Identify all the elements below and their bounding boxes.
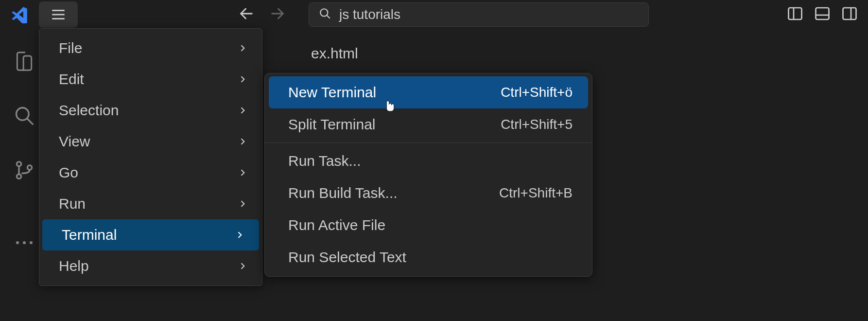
nav-back-button[interactable] — [238, 5, 255, 24]
tab-filename: ex.html — [311, 45, 358, 62]
submenu-item-shortcut: Ctrl+Shift+B — [499, 185, 573, 201]
submenu-item-label: Run Task... — [288, 153, 361, 169]
submenu-item-shortcut: Ctrl+Shift+ö — [501, 85, 573, 100]
more-actions-icon[interactable] — [12, 230, 37, 255]
menu-item-label: File — [59, 40, 82, 56]
menu-item-label: Help — [59, 258, 89, 274]
chevron-right-icon — [238, 106, 247, 115]
submenu-item-run-active-file[interactable]: Run Active File — [265, 209, 592, 241]
menu-item-edit[interactable]: Edit — [39, 64, 262, 95]
svg-rect-9 — [816, 8, 829, 19]
submenu-item-label: Run Active File — [288, 217, 385, 233]
submenu-item-shortcut: Ctrl+Shift+5 — [501, 117, 573, 132]
menu-item-selection[interactable]: Selection — [39, 95, 262, 126]
main-menu-dropdown: File Edit Selection View Go Run Terminal… — [39, 28, 262, 286]
hamburger-menu-button[interactable] — [39, 1, 78, 28]
svg-point-13 — [17, 108, 29, 121]
menu-item-terminal[interactable]: Terminal — [42, 219, 259, 250]
svg-line-6 — [327, 15, 330, 18]
search-activity-icon[interactable] — [12, 103, 37, 128]
vscode-logo-icon — [0, 0, 39, 29]
svg-line-14 — [27, 119, 34, 125]
menu-item-go[interactable]: Go — [39, 157, 262, 188]
chevron-right-icon — [235, 230, 244, 240]
submenu-item-label: Split Terminal — [288, 116, 376, 133]
menu-item-label: Selection — [59, 102, 119, 119]
search-input[interactable]: js tutorials — [309, 2, 649, 27]
menu-item-label: Terminal — [62, 227, 117, 243]
explorer-icon[interactable] — [12, 49, 37, 74]
menu-item-help[interactable]: Help — [39, 250, 262, 282]
chevron-right-icon — [238, 261, 247, 271]
svg-rect-11 — [843, 8, 856, 19]
submenu-item-new-terminal[interactable]: New Terminal Ctrl+Shift+ö — [269, 76, 588, 108]
terminal-submenu: New Terminal Ctrl+Shift+ö Split Terminal… — [264, 73, 592, 277]
chevron-right-icon — [238, 199, 247, 209]
menu-item-label: Run — [59, 196, 86, 212]
menu-item-label: View — [59, 133, 90, 150]
svg-point-16 — [17, 174, 21, 178]
chevron-right-icon — [238, 74, 247, 84]
submenu-item-run-task[interactable]: Run Task... — [265, 145, 592, 177]
svg-point-19 — [23, 241, 26, 244]
menu-item-label: Edit — [59, 71, 84, 88]
svg-point-18 — [16, 241, 19, 244]
nav-forward-button[interactable] — [269, 5, 286, 24]
nav-arrows — [238, 5, 286, 24]
menu-item-run[interactable]: Run — [39, 188, 262, 219]
toggle-panel-icon[interactable] — [814, 5, 831, 24]
submenu-divider — [265, 143, 592, 143]
menu-item-view[interactable]: View — [39, 126, 262, 157]
menu-item-label: Go — [59, 164, 78, 181]
toggle-primary-sidebar-icon[interactable] — [786, 5, 804, 24]
submenu-item-run-selected-text[interactable]: Run Selected Text — [265, 241, 592, 273]
submenu-item-run-build-task[interactable]: Run Build Task... Ctrl+Shift+B — [265, 177, 592, 209]
submenu-item-label: Run Build Task... — [288, 185, 398, 201]
svg-point-15 — [17, 162, 21, 166]
svg-rect-7 — [789, 8, 802, 19]
submenu-item-label: Run Selected Text — [288, 249, 406, 266]
menu-item-file[interactable]: File — [39, 33, 262, 64]
svg-point-20 — [30, 241, 33, 244]
submenu-item-label: New Terminal — [288, 84, 376, 101]
toggle-secondary-sidebar-icon[interactable] — [841, 5, 858, 24]
chevron-right-icon — [238, 43, 247, 53]
layout-buttons — [786, 5, 858, 24]
submenu-item-split-terminal[interactable]: Split Terminal Ctrl+Shift+5 — [265, 108, 592, 141]
source-control-icon[interactable] — [12, 158, 37, 183]
chevron-right-icon — [238, 137, 247, 146]
svg-point-17 — [27, 165, 32, 170]
search-icon — [319, 7, 331, 22]
title-bar: js tutorials — [0, 0, 868, 29]
svg-point-5 — [320, 9, 328, 16]
search-text: js tutorials — [339, 7, 400, 22]
chevron-right-icon — [238, 168, 247, 178]
